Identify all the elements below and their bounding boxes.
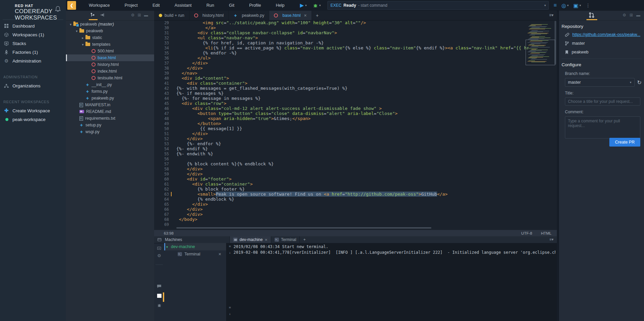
tree-item-peakweb[interactable]: ▾peakweb (master) [66,21,154,28]
editor-tab-base-html[interactable]: base.html✕ [269,11,312,20]
tree-item-static[interactable]: ▸static [66,34,154,41]
code-line-43[interactable]: 43{%- if messages %} [154,91,557,96]
explorer-settings-gear-icon[interactable]: ⚙ [131,13,135,17]
gear-icon[interactable]: ⚙ [156,252,163,258]
menu-project[interactable]: Project [117,0,145,11]
command-dropdown-icon[interactable]: ▾ [544,4,546,7]
layout-dropdown-icon[interactable]: ▾ [579,4,581,7]
sidebar-item-dashboard[interactable]: Dashboard [0,22,66,30]
code-line-52[interactable]: 52 </div> [154,136,557,141]
run-dropdown-icon[interactable]: ▾ [305,4,307,7]
tree-item-500-html[interactable]: 500.html [66,48,154,54]
tree-item-base-html[interactable]: base.html [66,54,154,61]
code-line-58[interactable]: 58 </div> [154,166,557,171]
tree-item-peakweb[interactable]: ▾peakweb [66,28,154,34]
project-tree-tab-icon[interactable] [90,12,95,17]
tree-item-requirements-txt[interactable]: requirements.txt [66,115,154,122]
code-line-47[interactable]: 47 <button type="button" class="close" d… [154,111,557,116]
menu-help[interactable]: Help [269,0,292,11]
close-tab-icon[interactable]: ✕ [265,238,267,242]
sidebar-item-workspaces-1-[interactable]: Workspaces (1) [0,30,66,39]
explorer-minimize-icon[interactable]: ▬ [144,13,148,17]
code-line-45[interactable]: 45 <div class="row"> [154,101,557,106]
debug-bug-icon[interactable] [313,3,318,8]
tree-item-testsuite-html[interactable]: testsuite.html [66,75,154,81]
pr-settings-gear-icon[interactable]: ⚙ [622,13,626,17]
menu-workspace[interactable]: Workspace [81,0,117,11]
code-line-31[interactable]: 31 <div class="collapse navbar-collapse"… [154,30,557,35]
bottom-tab-menu-icon[interactable]: ≡▾ [549,237,553,242]
code-line-57[interactable]: 57 {% block content %}{% endblock %} [154,161,557,166]
branch-select[interactable]: master ▾ [565,78,635,87]
terminal-bottom-icon[interactable]: ↓ [227,312,233,316]
process-tab-dev-machine[interactable]: dev-machine✕ [230,236,271,243]
terminal-panel-icon[interactable] [156,293,163,299]
process-tab-Terminal[interactable]: >_Terminal [271,236,300,243]
terminal-menu-icon[interactable]: ≡ [227,244,233,248]
chat-bubble-icon[interactable] [156,283,163,289]
tree-item-MANIFEST-in[interactable]: MANIFEST.in [66,102,154,108]
debug-dropdown-icon[interactable]: ▾ [319,4,321,7]
code-line-53[interactable]: 53 {%- endfor %} [154,141,557,146]
close-terminal-icon[interactable]: ✕ [218,252,221,256]
more-options-icon[interactable]: ⋮ [586,3,591,8]
sidebar-item-create-workspace[interactable]: ✚Create Workspace [0,106,66,115]
menu-assistant[interactable]: Assistant [167,0,199,11]
run-play-icon[interactable]: ▶ [300,2,304,8]
pr-title-input[interactable] [565,97,640,106]
sidebar-item-stacks[interactable]: Stacks [0,39,66,48]
code-line-34[interactable]: 34 <li{% if id == active_page %} class="… [154,45,557,50]
code-line-36[interactable]: 36 </ul> [154,55,557,61]
code-line-46[interactable]: 46 <div class="col-md-12 alert alert-suc… [154,106,557,111]
code-line-64[interactable]: 64 {% endblock %} [154,197,557,202]
tree-item-wsgi-py[interactable]: ✚wsgi.py [66,128,154,135]
menu-run[interactable]: Run [199,0,221,11]
tree-item-index-html[interactable]: index.html [66,68,154,75]
file-mode[interactable]: HTML [541,231,551,235]
tree-item--init-py[interactable]: ✚__init__.py [66,81,154,88]
code-line-42[interactable]: 42{%- with messages = get_flashed_messag… [154,86,557,91]
code-line-41[interactable]: 41 <div class="container"> [154,81,557,86]
chevron-down-icon[interactable]: ▾ [81,43,85,46]
collapse-sidebar-button[interactable]: ❮ [67,1,76,10]
code-editor[interactable]: 29 <img src="../static/peak.png" width="… [154,20,557,227]
menu-edit[interactable]: Edit [145,0,167,11]
minimap-viewport[interactable] [526,40,555,65]
code-line-60[interactable]: 60 <div id="footer"> [154,176,557,182]
code-line-62[interactable]: 62 {% block footer %} [154,187,557,192]
code-line-44[interactable]: 44 {%- for message in messages %} [154,96,557,101]
code-line-49[interactable]: 49 </button> [154,121,557,126]
layout-window-icon[interactable]: ▣▾ [573,2,581,9]
file-encoding[interactable]: UTF-8 [521,231,532,235]
chevron-right-icon[interactable]: ▸ [81,36,85,40]
debugger-bug-icon[interactable] [156,302,163,308]
terminal-output[interactable]: ≡ ↓ 2019/02/08 00:43:34 Start new termin… [226,243,557,321]
code-line-63[interactable]: 63 <small>Peak is open source software! … [154,192,557,197]
tree-item-forms-py[interactable]: ✚forms.py [66,88,154,95]
tree-item-README-md[interactable]: M↓README.md [66,108,154,115]
tree-item-templates[interactable]: ▾templates [66,41,154,48]
restore-panel-icon[interactable] [156,245,163,251]
code-line-51[interactable]: 51 </div> [154,131,557,136]
chevron-down-icon[interactable]: ▾ [75,29,79,33]
code-line-48[interactable]: 48 <span aria-hidden="true">&times;</spa… [154,116,557,121]
sidebar-item-administration[interactable]: ⚙Administration [0,56,66,65]
pr-run-icon[interactable]: ⊞ [630,13,633,17]
editor-tab-build-run[interactable]: build + run [154,11,189,20]
tree-item-setup-py[interactable]: ✚setup.py [66,122,154,128]
menu-git[interactable]: Git [221,0,242,11]
repository-url-link[interactable]: https://github.com/peak-oss/peakw... [572,32,640,37]
preview-dropdown-icon[interactable]: ▾ [567,4,569,7]
code-line-29[interactable]: 29 <img src="../static/peak.png" width="… [154,20,557,25]
chevron-down-icon[interactable]: ▾ [69,23,73,26]
code-line-59[interactable]: 59 </div> [154,171,557,176]
notifications-bell-icon[interactable] [55,5,61,13]
code-line-66[interactable]: 66 </div> [154,207,557,212]
process-row-terminal[interactable]: >_ Terminal ✕ [164,250,226,258]
pr-minimize-icon[interactable]: ▬ [636,13,640,17]
code-line-67[interactable]: 67 </div> [154,212,557,217]
code-line-61[interactable]: 61 <div class="container"> [154,182,557,187]
terminal-scroll-down-icon[interactable]: ↓ [227,251,233,254]
explorer-import-icon[interactable]: ⊞ [138,13,141,17]
go-into-tab-icon[interactable] [100,12,105,17]
